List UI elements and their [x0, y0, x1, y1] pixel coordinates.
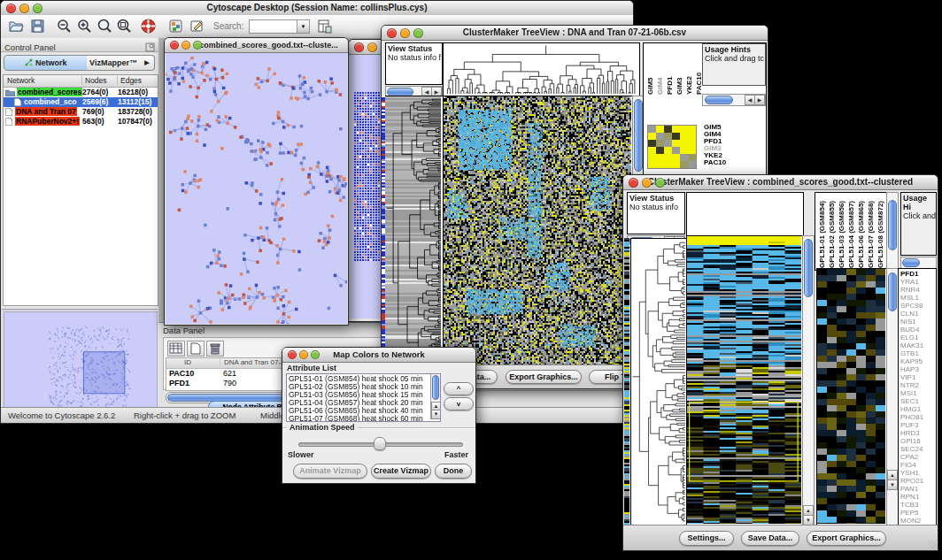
tab-network[interactable]: Network [4, 55, 89, 71]
save-data-button[interactable]: Save Data... [741, 531, 799, 546]
col-header-edges[interactable]: Edges [117, 76, 142, 85]
similarity-matrix[interactable] [647, 125, 697, 169]
gene-label[interactable]: HRD3 [899, 429, 923, 437]
gene-label[interactable]: PUF3 [899, 421, 923, 429]
table-view-icon[interactable] [167, 341, 185, 357]
done-button[interactable]: Done [435, 464, 472, 479]
tabs-overflow-button[interactable]: ▶ [140, 55, 155, 71]
gene-label[interactable]: PFD1 [899, 270, 923, 278]
treeview2-usage-hscrollbar[interactable] [900, 257, 937, 269]
close-button[interactable] [170, 41, 179, 50]
network-a-titlebar[interactable]: combined_scores_good.txt--cluste... [165, 38, 348, 53]
gene-label[interactable]: GPI16 [899, 437, 923, 445]
minimize-button[interactable] [400, 28, 410, 38]
column-label[interactable]: GPL51-01 (GSM854) [818, 195, 828, 268]
export-graphics-button[interactable]: Export Graphics... [506, 370, 582, 384]
treeview2-labels-vscrollbar[interactable] [886, 192, 899, 271]
search-dropdown-button[interactable]: ▼ [297, 19, 310, 34]
listbox-vscrollbar[interactable]: ▲ ▼ [430, 374, 440, 419]
new-attribute-icon[interactable] [187, 341, 205, 357]
gene-label[interactable]: BUD4 [899, 326, 923, 334]
gene-label[interactable]: MSI1 [899, 389, 923, 397]
treeview2-zoom-vscrollbar[interactable]: ▲ ▼ [886, 268, 899, 526]
minimize-button[interactable] [642, 178, 652, 188]
network-view[interactable] [166, 53, 347, 324]
move-down-button[interactable]: v [444, 397, 474, 410]
network-row-dna-tran[interactable]: DNA and Tran 07 769(0) 183728(0) [4, 107, 158, 117]
zoom-button[interactable] [413, 28, 423, 38]
column-label[interactable]: GPL51-06 (GSM865) [857, 195, 867, 268]
scroll-down-icon[interactable]: ▼ [887, 479, 898, 490]
treeview2-column-dendrogram-pane[interactable] [686, 192, 804, 236]
minimize-button[interactable] [367, 42, 377, 52]
gene-label[interactable]: PAN1 [899, 485, 923, 493]
close-button[interactable] [629, 178, 638, 188]
search-input[interactable] [249, 19, 300, 34]
gene-label[interactable]: YRA1 [899, 278, 923, 286]
gene-label[interactable]: SEC1 [899, 397, 923, 405]
gene-label[interactable]: RPN1 [899, 493, 923, 501]
birdseye-view[interactable] [4, 311, 158, 412]
gene-label[interactable]: HMG1 [899, 405, 923, 413]
animate-vizmap-button[interactable]: Animate Vizmap [293, 464, 367, 479]
network-row-combined-sco-selected[interactable]: combined_sco 2569(6) 13112(15) [4, 97, 158, 107]
matrix-row-label[interactable]: PAC10 [704, 159, 726, 166]
export-graphics-button[interactable]: Export Graphics... [807, 531, 886, 546]
window-controls[interactable] [6, 4, 42, 13]
treeview2-zoom-pane[interactable] [816, 268, 888, 526]
col-header-nodes[interactable]: Nodes [81, 76, 107, 85]
treeview2-heatmap-vscrollbar[interactable]: ▲ ▼ [802, 235, 815, 526]
annotation-icon[interactable] [189, 18, 205, 35]
birdseye-panel[interactable] [2, 309, 158, 412]
minimize-button[interactable] [181, 41, 190, 50]
gene-label[interactable]: MAK31 [899, 341, 923, 349]
gene-label[interactable]: RPO21 [899, 477, 923, 485]
help-lifering-icon[interactable] [140, 18, 157, 35]
col-header-network[interactable]: Network [7, 76, 35, 85]
vizmapper-icon[interactable] [167, 18, 184, 35]
move-up-button[interactable]: ^ [444, 382, 474, 395]
zoom-button[interactable] [311, 350, 320, 359]
treeview1-column-dendrogram-pane[interactable] [443, 42, 640, 96]
close-button[interactable] [288, 350, 297, 359]
close-button[interactable] [6, 4, 16, 13]
treeview1-usage-hscrollbar[interactable]: ◀ ▶ [702, 94, 766, 106]
gene-label[interactable]: TCB3 [899, 501, 923, 509]
gene-label[interactable]: VIP1 [899, 373, 923, 381]
treeview2-titlebar[interactable]: ClusterMaker TreeView : combined_scores_… [623, 175, 938, 190]
gene-label[interactable]: NTR2 [899, 381, 923, 389]
zoom-button[interactable] [655, 178, 665, 188]
column-label[interactable]: GPL51-02 (GSM855) [828, 195, 838, 268]
column-label[interactable]: GPL51-03 (GSM856) [838, 195, 847, 268]
close-button[interactable] [354, 42, 364, 52]
attribute-listbox[interactable]: GPL51-01 (GSM854) heat shock 05 minGPL51… [286, 373, 441, 422]
treeview1-titlebar[interactable]: ClusterMaker TreeView : DNA and Tran 07-… [382, 26, 768, 41]
settings-button[interactable]: Settings... [679, 531, 734, 546]
minimize-button[interactable] [299, 350, 308, 359]
zoom-button[interactable] [33, 4, 42, 13]
column-label[interactable]: GIM3 [676, 45, 685, 95]
zoom-out-icon[interactable] [56, 18, 73, 35]
resize-grip[interactable] [928, 541, 937, 549]
close-button[interactable] [387, 28, 397, 38]
column-label[interactable]: GPL51-08 (GSM872) [876, 195, 886, 268]
gene-label[interactable]: ELG1 [899, 334, 923, 341]
gene-label[interactable]: PHO81 [899, 413, 923, 421]
gene-label[interactable]: KAP95 [899, 357, 923, 365]
create-vizmap-button[interactable]: Create Vizmap [371, 464, 431, 479]
gene-label[interactable]: GTB1 [899, 349, 923, 357]
gene-label[interactable]: SPC98 [899, 302, 923, 310]
attribute-browser-icon[interactable] [316, 18, 333, 35]
gene-label[interactable]: FIG4 [899, 461, 923, 469]
main-titlebar[interactable]: Cytoscape Desktop (Session Name: collins… [1, 1, 633, 16]
delete-attribute-trash-icon[interactable] [206, 341, 224, 357]
column-label[interactable]: PFD1 [666, 45, 676, 95]
gene-label[interactable]: NIS1 [899, 318, 923, 326]
save-icon[interactable] [29, 18, 46, 35]
network-row-combined-scores[interactable]: combined_scores 2764(0) 16218(0) [4, 88, 158, 97]
gene-label[interactable]: HAP3 [899, 365, 923, 373]
zoom-selected-icon[interactable] [116, 18, 133, 35]
column-label[interactable]: GPL51-07 (GSM868) [867, 195, 876, 268]
gene-label[interactable]: RNR4 [899, 286, 923, 294]
animation-slider-thumb[interactable] [374, 437, 386, 450]
